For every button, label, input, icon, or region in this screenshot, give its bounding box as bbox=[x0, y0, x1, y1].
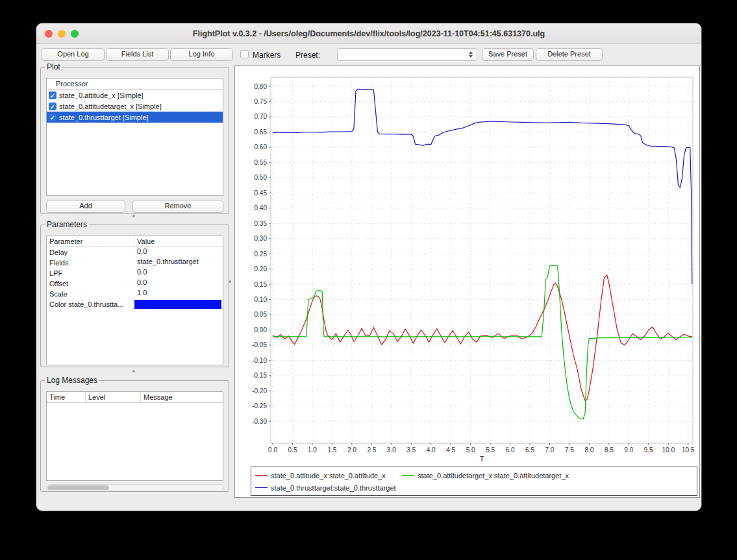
parameters-body: Delay0.0Fieldsstate_0.thrusttargetLPF0.0… bbox=[47, 247, 223, 310]
svg-text:6.0: 6.0 bbox=[506, 446, 515, 454]
svg-text:3.0: 3.0 bbox=[387, 446, 396, 454]
svg-text:-0.15: -0.15 bbox=[252, 372, 267, 379]
item-checkbox[interactable]: ✓ bbox=[49, 103, 56, 110]
plot-list-item[interactable]: ✓state_0.attitude_x [Simple] bbox=[47, 90, 223, 101]
item-checkbox[interactable]: ✓ bbox=[49, 114, 56, 121]
markers-checkbox[interactable] bbox=[240, 50, 249, 58]
legend-line-sample bbox=[255, 487, 268, 488]
time-column-header: Time bbox=[47, 392, 86, 402]
splitter-handle[interactable] bbox=[229, 280, 231, 283]
splitter-handle[interactable] bbox=[132, 215, 135, 217]
splitter-handle[interactable] bbox=[132, 370, 135, 372]
svg-text:6.5: 6.5 bbox=[525, 446, 534, 454]
svg-text:1.5: 1.5 bbox=[327, 446, 336, 454]
series-line-state_0.attitude_x bbox=[273, 275, 692, 401]
svg-text:0.10: 0.10 bbox=[255, 296, 268, 303]
svg-text:7.5: 7.5 bbox=[565, 446, 574, 454]
legend-label: state_0.attitude_x:state_0.attitude_x bbox=[271, 472, 386, 480]
parameters-table[interactable]: Parameter Value Delay0.0Fieldsstate_0.th… bbox=[46, 236, 223, 365]
preset-label: Preset: bbox=[295, 51, 320, 60]
svg-text:5.5: 5.5 bbox=[486, 446, 495, 454]
svg-text:0.50: 0.50 bbox=[255, 174, 268, 181]
delete-preset-button[interactable]: Delete Preset bbox=[536, 48, 603, 61]
parameter-row[interactable]: Color state_0.thrustta... bbox=[47, 299, 223, 310]
svg-text:0.20: 0.20 bbox=[255, 265, 268, 273]
legend-line-sample bbox=[402, 475, 414, 476]
parameter-value: 0.0 bbox=[134, 278, 223, 289]
legend-item: state_0.attitude_x:state_0.attitude_x bbox=[255, 472, 402, 480]
combo-arrows-icon[interactable] bbox=[466, 50, 475, 59]
color-swatch[interactable] bbox=[134, 300, 221, 309]
svg-text:0.35: 0.35 bbox=[255, 220, 268, 227]
log-messages-table[interactable]: Time Level Message bbox=[46, 391, 223, 481]
svg-text:9.5: 9.5 bbox=[644, 446, 653, 454]
preset-combobox[interactable] bbox=[337, 48, 477, 61]
fields-list-button[interactable]: Fields List bbox=[106, 48, 169, 61]
series-line-state_0.attitudetarget_x bbox=[273, 265, 692, 419]
save-preset-button[interactable]: Save Preset bbox=[482, 48, 534, 61]
svg-text:4.5: 4.5 bbox=[446, 446, 455, 454]
chart-legend: state_0.attitude_x:state_0.attitude_x st… bbox=[251, 467, 697, 496]
svg-text:4.0: 4.0 bbox=[427, 446, 436, 454]
parameter-name: Offset bbox=[47, 280, 134, 287]
parameter-name: Fields bbox=[47, 259, 134, 267]
svg-text:0.00: 0.00 bbox=[255, 326, 268, 334]
svg-text:0.75: 0.75 bbox=[255, 98, 268, 105]
add-button[interactable]: Add bbox=[46, 200, 125, 213]
svg-text:0.70: 0.70 bbox=[255, 113, 268, 120]
legend-item: state_0.attitudetarget_x:state_0.attitud… bbox=[402, 472, 569, 480]
value-column-header: Value bbox=[134, 236, 223, 247]
desktop: { "window": { "title": "FlightPlot v.0.3… bbox=[0, 0, 737, 560]
parameter-row[interactable]: Fieldsstate_0.thrusttarget bbox=[47, 258, 223, 268]
log-messages-group: Log Messages Time Level Message bbox=[40, 376, 229, 492]
parameter-row[interactable]: Delay0.0 bbox=[47, 247, 223, 258]
svg-text:9.0: 9.0 bbox=[624, 446, 633, 454]
log-info-button[interactable]: Log Info bbox=[170, 48, 233, 61]
legend-item: state_0.thrusttarget:state_0.thrusttarge… bbox=[255, 484, 402, 492]
minimize-button[interactable] bbox=[58, 30, 66, 38]
plot-list-item[interactable]: ✓state_0.attitudetarget_x [Simple] bbox=[47, 101, 223, 112]
plot-item-label: state_0.attitude_x [Simple] bbox=[59, 91, 144, 99]
parameter-name: Delay bbox=[47, 249, 134, 256]
svg-text:0.30: 0.30 bbox=[255, 235, 268, 242]
scrollbar-thumb[interactable] bbox=[47, 485, 109, 490]
plot-list-item[interactable]: ✓state_0.thrusttarget [Simple] bbox=[47, 112, 223, 123]
item-checkbox[interactable]: ✓ bbox=[49, 91, 56, 99]
chart-panel[interactable]: -0.30-0.25-0.20-0.15-0.10-0.050.000.050.… bbox=[234, 66, 700, 498]
close-button[interactable] bbox=[45, 30, 53, 38]
open-log-button[interactable]: Open Log bbox=[42, 48, 105, 61]
svg-text:3.5: 3.5 bbox=[406, 446, 416, 454]
traffic-lights bbox=[45, 30, 79, 38]
parameters-group: Parameters Parameter Value Delay0.0Field… bbox=[40, 220, 229, 367]
horizontal-scrollbar[interactable] bbox=[46, 484, 223, 491]
svg-text:0.80: 0.80 bbox=[255, 83, 268, 90]
parameters-group-title: Parameters bbox=[45, 220, 89, 229]
message-column-header: Message bbox=[141, 392, 223, 402]
svg-text:10.0: 10.0 bbox=[662, 446, 675, 454]
svg-text:0.5: 0.5 bbox=[288, 446, 297, 454]
svg-text:5.0: 5.0 bbox=[466, 446, 475, 454]
title-bar[interactable]: FlightPlot v.0.3.2 - /Users/oleg/Documen… bbox=[36, 23, 701, 44]
svg-text:0.45: 0.45 bbox=[255, 189, 268, 197]
svg-text:-0.25: -0.25 bbox=[252, 402, 267, 409]
remove-button[interactable]: Remove bbox=[132, 200, 223, 213]
svg-text:8.5: 8.5 bbox=[605, 446, 614, 454]
svg-text:-0.30: -0.30 bbox=[252, 418, 267, 425]
svg-text:0.25: 0.25 bbox=[255, 250, 268, 258]
plot-series-list[interactable]: Processor ✓state_0.attitude_x [Simple]✓s… bbox=[46, 78, 223, 196]
zoom-button[interactable] bbox=[71, 30, 79, 38]
parameter-name: LPF bbox=[47, 269, 134, 277]
chart-canvas[interactable]: -0.30-0.25-0.20-0.15-0.10-0.050.000.050.… bbox=[235, 66, 699, 465]
parameter-row[interactable]: LPF0.0 bbox=[47, 268, 223, 278]
parameter-row[interactable]: Offset0.0 bbox=[47, 278, 223, 289]
parameters-table-header: Parameter Value bbox=[47, 236, 223, 247]
plot-list-header: Processor bbox=[47, 79, 223, 90]
legend-row: state_0.thrusttarget:state_0.thrusttarge… bbox=[255, 481, 693, 494]
svg-text:10.5: 10.5 bbox=[682, 446, 695, 454]
parameter-row[interactable]: Scale1.0 bbox=[47, 289, 223, 299]
svg-text:0.05: 0.05 bbox=[255, 311, 268, 318]
markers-label: Markers bbox=[253, 51, 281, 60]
plot-list-body: ✓state_0.attitude_x [Simple]✓state_0.att… bbox=[47, 90, 223, 123]
svg-text:2.5: 2.5 bbox=[367, 446, 376, 454]
series-line-state_0.thrusttarget bbox=[273, 89, 692, 284]
